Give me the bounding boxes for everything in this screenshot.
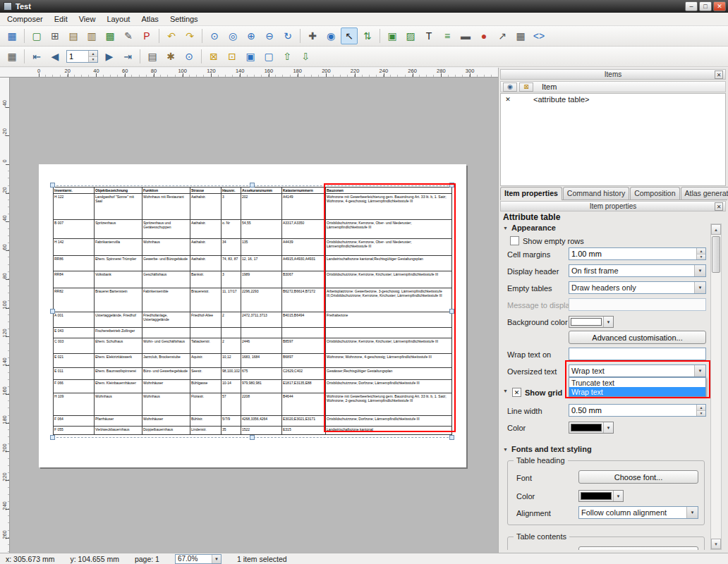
chevron-down-icon[interactable]: ▼ — [603, 317, 613, 327]
chevron-down-icon[interactable]: ▼ — [686, 507, 698, 518]
line-width-spinbox[interactable]: ▲ ▼ — [569, 404, 706, 417]
zoom-out-button[interactable]: ⊖ — [261, 27, 278, 44]
properties-scrollbar[interactable]: ▲ ▼ — [710, 223, 722, 550]
show-grid-section-header[interactable]: ▼ — [503, 388, 508, 393]
show-grid-checkbox[interactable]: ✕ — [512, 388, 521, 397]
add-html-frame-button[interactable]: <> — [530, 27, 547, 44]
selection-handle[interactable] — [250, 183, 255, 188]
menu-layout[interactable]: Layout — [101, 13, 135, 25]
zoom-to-100-button[interactable]: ◎ — [224, 27, 241, 44]
selection-handle[interactable] — [50, 183, 55, 188]
selection-handle[interactable] — [50, 435, 55, 440]
export-atlas-button[interactable]: ✱ — [162, 48, 179, 65]
heading-choose-font-button[interactable]: Choose font... — [578, 470, 698, 484]
load-from-template-button[interactable]: ▥ — [83, 27, 100, 44]
lower-selected-items-button[interactable]: ⇩ — [297, 48, 314, 65]
advanced-customisation-button[interactable]: Advanced customisation... — [569, 331, 706, 344]
display-header-combo[interactable]: On first frame ▼ — [569, 264, 706, 277]
show-empty-rows-checkbox[interactable] — [510, 236, 519, 245]
menu-settings[interactable]: Settings — [164, 13, 204, 25]
selection-handle[interactable] — [449, 435, 454, 440]
scrollbar-thumb[interactable] — [712, 236, 720, 273]
print-atlas-button[interactable]: ▤ — [144, 48, 161, 65]
zoom-full-extent-button[interactable]: ⊙ — [181, 48, 198, 65]
refresh-view-button[interactable]: ↻ — [279, 27, 296, 44]
zoom-full-button[interactable]: ⊙ — [206, 27, 223, 44]
contents-choose-font-button[interactable]: Choose font... — [578, 546, 698, 550]
cell-margins-input[interactable] — [569, 248, 696, 259]
zoom-level-combo[interactable]: 67.0% ▼ — [175, 554, 222, 564]
chevron-down-icon[interactable]: ▼ — [613, 491, 623, 501]
heading-color-button[interactable]: ▼ — [578, 490, 624, 502]
chevron-down-icon[interactable]: ▼ — [694, 282, 705, 293]
menu-view[interactable]: View — [73, 13, 102, 25]
chevron-down-icon[interactable]: ▼ — [603, 422, 613, 433]
zoom-in-button[interactable]: ⊕ — [243, 27, 260, 44]
previous-feature-button[interactable]: ◀ — [47, 48, 63, 65]
select-move-item-button[interactable]: ↖ — [341, 27, 358, 44]
wrap-text-on-input[interactable] — [569, 348, 705, 360]
redo-button[interactable]: ↷ — [181, 27, 198, 44]
line-width-input[interactable] — [569, 405, 696, 416]
spin-up-icon[interactable]: ▲ — [697, 405, 705, 410]
item-properties-close-button[interactable]: ✕ — [715, 202, 723, 211]
option-wrap-text[interactable]: Wrap text — [569, 387, 705, 396]
new-composition-button[interactable]: ▢ — [28, 27, 45, 44]
appearance-section-header[interactable]: ▼ Appearance — [503, 223, 556, 232]
add-label-button[interactable]: T — [420, 27, 437, 44]
add-new-map-button[interactable]: ▣ — [384, 27, 401, 44]
add-legend-button[interactable]: ≡ — [439, 27, 456, 44]
zoom-region-button[interactable]: ◉ — [322, 27, 339, 44]
items-panel-close-button[interactable]: ✕ — [715, 70, 723, 79]
tab-composition[interactable]: Composition — [630, 187, 679, 200]
add-scalebar-button[interactable]: ▬ — [457, 27, 474, 44]
heading-alignment-combo[interactable]: Follow column alignment ▼ — [578, 506, 698, 519]
unlock-all-items-button[interactable]: ⊡ — [224, 48, 241, 65]
items-list-row[interactable]: ✕<attribute table> — [501, 94, 725, 104]
next-feature-button[interactable]: ▶ — [101, 48, 118, 65]
save-as-template-button[interactable]: ▤ — [65, 27, 82, 44]
last-feature-button[interactable]: ⇥ — [119, 48, 136, 65]
scroll-up-icon[interactable]: ▲ — [711, 224, 721, 235]
maximize-button[interactable]: □ — [699, 1, 712, 11]
wrap-text-on-field[interactable] — [569, 348, 706, 360]
item-visibility-icon[interactable]: ✕ — [501, 96, 515, 103]
ungroup-items-button[interactable]: ▢ — [260, 48, 277, 65]
spin-up-icon[interactable]: ▲ — [697, 248, 705, 254]
close-button[interactable]: ✕ — [713, 1, 726, 11]
spin-up-icon[interactable]: ▲ — [89, 51, 97, 56]
selection-handle[interactable] — [449, 309, 454, 314]
item-lock-column-icon[interactable]: ⊠ — [519, 82, 533, 92]
first-feature-button[interactable]: ⇤ — [28, 48, 45, 65]
pan-composer-button[interactable]: ✚ — [304, 27, 321, 44]
atlas-preview-button[interactable]: ▦ — [4, 48, 20, 65]
export-as-pdf-button[interactable]: P — [138, 27, 155, 44]
scroll-down-icon[interactable]: ▼ — [711, 539, 721, 549]
move-item-content-button[interactable]: ⇅ — [359, 27, 376, 44]
add-basic-shape-button[interactable]: ● — [475, 27, 492, 44]
atlas-page-spinbox[interactable]: ▲▼ — [66, 50, 98, 63]
add-image-button[interactable]: ▨ — [402, 27, 419, 44]
atlas-page-input[interactable] — [67, 51, 88, 62]
chevron-down-icon[interactable]: ▼ — [694, 365, 705, 376]
grid-color-button[interactable]: ▼ — [569, 422, 614, 434]
undo-button[interactable]: ↶ — [163, 27, 180, 44]
selection-handle[interactable] — [449, 183, 454, 188]
chevron-down-icon[interactable]: ▼ — [694, 265, 705, 276]
group-items-button[interactable]: ▣ — [242, 48, 259, 65]
chevron-down-icon[interactable]: ▼ — [212, 555, 221, 563]
export-as-image-button[interactable]: ▩ — [102, 27, 119, 44]
composer-canvas[interactable]: Inventarnr.ObjektbezeichnungFunktionStra… — [10, 78, 498, 553]
minimize-button[interactable]: – — [685, 1, 698, 11]
save-project-button[interactable]: ▦ — [4, 27, 20, 44]
lock-selected-items-button[interactable]: ⊠ — [205, 48, 222, 65]
spin-down-icon[interactable]: ▼ — [89, 56, 97, 63]
item-visibility-column-icon[interactable]: ◉ — [503, 82, 517, 92]
selection-handle[interactable] — [50, 309, 55, 314]
menu-edit[interactable]: Edit — [49, 13, 73, 25]
raise-selected-items-button[interactable]: ⇧ — [279, 48, 296, 65]
menu-composer[interactable]: Composer — [1, 13, 49, 25]
tab-atlas-generation[interactable]: Atlas generation — [681, 187, 728, 200]
add-arrow-button[interactable]: ↗ — [494, 27, 511, 44]
menu-atlas[interactable]: Atlas — [135, 13, 164, 25]
